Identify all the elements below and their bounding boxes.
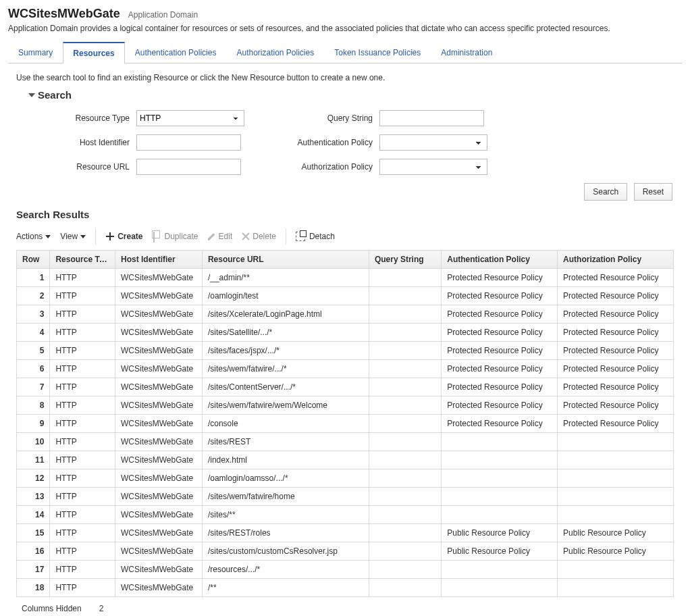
plus-icon bbox=[105, 232, 115, 241]
cell: /sites/Satellite/.../* bbox=[202, 324, 369, 342]
cell bbox=[442, 506, 558, 524]
tab-token-issuance-policies[interactable]: Token Issuance Policies bbox=[324, 42, 431, 63]
cell: Protected Resource Policy bbox=[442, 324, 558, 342]
detach-button[interactable]: Detach bbox=[296, 232, 335, 241]
columns-hidden-label: Columns Hidden bbox=[22, 604, 82, 613]
cell bbox=[558, 506, 674, 524]
actions-menu[interactable]: Actions bbox=[16, 232, 51, 241]
search-toggle[interactable]: Search bbox=[28, 89, 682, 101]
cell: WCSitesMWebGate bbox=[115, 542, 203, 561]
tab-resources[interactable]: Resources bbox=[63, 42, 124, 63]
table-row[interactable]: 9HTTPWCSitesMWebGate/consoleProtected Re… bbox=[17, 415, 674, 433]
cell: Public Resource Policy bbox=[558, 542, 674, 561]
col-header[interactable]: Authorization Policy bbox=[558, 251, 674, 269]
cell: HTTP bbox=[50, 324, 115, 342]
col-header[interactable]: Row bbox=[17, 251, 50, 269]
page-title: WCSitesMWebGate bbox=[8, 7, 120, 21]
cell: 8 bbox=[17, 396, 50, 415]
cell: WCSitesMWebGate bbox=[115, 415, 203, 433]
table-row[interactable]: 2HTTPWCSitesMWebGate/oamlogin/testProtec… bbox=[17, 287, 674, 305]
cell: Protected Resource Policy bbox=[442, 269, 558, 287]
cell: /console bbox=[202, 415, 369, 433]
query-string-label: Query String bbox=[258, 113, 379, 123]
table-row[interactable]: 17HTTPWCSitesMWebGate/resources/.../* bbox=[17, 561, 674, 579]
authz-policy-select[interactable] bbox=[379, 159, 487, 175]
cell: /sites/faces/jspx/.../* bbox=[202, 342, 369, 360]
cell: /sites/** bbox=[202, 506, 369, 524]
table-row[interactable]: 6HTTPWCSitesMWebGate/sites/wem/fatwire/.… bbox=[17, 360, 674, 378]
col-header[interactable]: Host Identifier bbox=[115, 251, 203, 269]
cell: 13 bbox=[17, 488, 50, 506]
cell: /sites/REST bbox=[202, 433, 369, 451]
cell: /oamlogin/oamsso/.../* bbox=[202, 469, 369, 488]
reset-button[interactable]: Reset bbox=[634, 183, 672, 201]
cell bbox=[558, 561, 674, 579]
cell: 15 bbox=[17, 524, 50, 542]
cell: WCSitesMWebGate bbox=[115, 524, 203, 542]
cell: 14 bbox=[17, 506, 50, 524]
table-row[interactable]: 4HTTPWCSitesMWebGate/sites/Satellite/...… bbox=[17, 324, 674, 342]
tab-summary[interactable]: Summary bbox=[8, 42, 63, 63]
create-button[interactable]: Create bbox=[105, 232, 142, 241]
table-row[interactable]: 3HTTPWCSitesMWebGate/sites/Xcelerate/Log… bbox=[17, 305, 674, 324]
cell bbox=[558, 433, 674, 451]
cell: Protected Resource Policy bbox=[558, 324, 674, 342]
table-row[interactable]: 15HTTPWCSitesMWebGate/sites/REST/rolesPu… bbox=[17, 524, 674, 542]
table-row[interactable]: 5HTTPWCSitesMWebGate/sites/faces/jspx/..… bbox=[17, 342, 674, 360]
cell bbox=[442, 469, 558, 488]
chevron-down-icon bbox=[45, 235, 51, 238]
cell: /sites/wem/fatwire/wem/Welcome bbox=[202, 396, 369, 415]
col-header[interactable]: Resource Type bbox=[50, 251, 115, 269]
table-row[interactable]: 18HTTPWCSitesMWebGate/** bbox=[17, 579, 674, 597]
table-row[interactable]: 13HTTPWCSitesMWebGate/sites/wem/fatwire/… bbox=[17, 488, 674, 506]
cell: HTTP bbox=[50, 433, 115, 451]
query-string-input[interactable] bbox=[379, 110, 484, 126]
cell: WCSitesMWebGate bbox=[115, 342, 203, 360]
cell: WCSitesMWebGate bbox=[115, 433, 203, 451]
cell: 2 bbox=[17, 287, 50, 305]
table-row[interactable]: 14HTTPWCSitesMWebGate/sites/** bbox=[17, 506, 674, 524]
cell bbox=[442, 579, 558, 597]
cell bbox=[442, 451, 558, 469]
delete-button[interactable]: Delete bbox=[242, 232, 276, 241]
cell bbox=[369, 378, 441, 396]
search-button[interactable]: Search bbox=[584, 183, 627, 201]
cell: HTTP bbox=[50, 287, 115, 305]
authz-policy-label: Authorization Policy bbox=[258, 162, 379, 172]
cell: 16 bbox=[17, 542, 50, 561]
cell: Protected Resource Policy bbox=[442, 415, 558, 433]
results-title: Search Results bbox=[16, 209, 682, 220]
cell: Protected Resource Policy bbox=[558, 287, 674, 305]
resource-url-input[interactable] bbox=[136, 159, 241, 175]
table-row[interactable]: 11HTTPWCSitesMWebGate/index.html bbox=[17, 451, 674, 469]
authn-policy-select[interactable] bbox=[379, 134, 487, 151]
cell: WCSitesMWebGate bbox=[115, 305, 203, 324]
table-row[interactable]: 7HTTPWCSitesMWebGate/sites/ContentServer… bbox=[17, 378, 674, 396]
table-row[interactable]: 16HTTPWCSitesMWebGate/sites/custom/custo… bbox=[17, 542, 674, 561]
cell: 12 bbox=[17, 469, 50, 488]
view-menu[interactable]: View bbox=[60, 232, 86, 241]
cell bbox=[369, 488, 441, 506]
col-header[interactable]: Query String bbox=[369, 251, 441, 269]
table-row[interactable]: 8HTTPWCSitesMWebGate/sites/wem/fatwire/w… bbox=[17, 396, 674, 415]
resource-type-select[interactable]: HTTP bbox=[136, 110, 244, 126]
table-row[interactable]: 10HTTPWCSitesMWebGate/sites/REST bbox=[17, 433, 674, 451]
cell: Protected Resource Policy bbox=[558, 415, 674, 433]
columns-hidden-count: 2 bbox=[99, 604, 104, 613]
host-identifier-input[interactable] bbox=[136, 134, 241, 151]
edit-button[interactable]: Edit bbox=[208, 232, 233, 241]
cell: 4 bbox=[17, 324, 50, 342]
cell: WCSitesMWebGate bbox=[115, 287, 203, 305]
col-header[interactable]: Resource URL bbox=[202, 251, 369, 269]
duplicate-button[interactable]: Duplicate bbox=[153, 232, 198, 241]
table-row[interactable]: 12HTTPWCSitesMWebGate/oamlogin/oamsso/..… bbox=[17, 469, 674, 488]
col-header[interactable]: Authentication Policy bbox=[442, 251, 558, 269]
cell: HTTP bbox=[50, 561, 115, 579]
tab-administration[interactable]: Administration bbox=[431, 42, 502, 63]
cell: HTTP bbox=[50, 506, 115, 524]
cell: /sites/Xcelerate/LoginPage.html bbox=[202, 305, 369, 324]
tab-authentication-policies[interactable]: Authentication Policies bbox=[125, 42, 227, 63]
table-row[interactable]: 1HTTPWCSitesMWebGate/__admin/**Protected… bbox=[17, 269, 674, 287]
tabs: SummaryResourcesAuthentication PoliciesA… bbox=[8, 41, 682, 63]
tab-authorization-policies[interactable]: Authorization Policies bbox=[226, 42, 324, 63]
